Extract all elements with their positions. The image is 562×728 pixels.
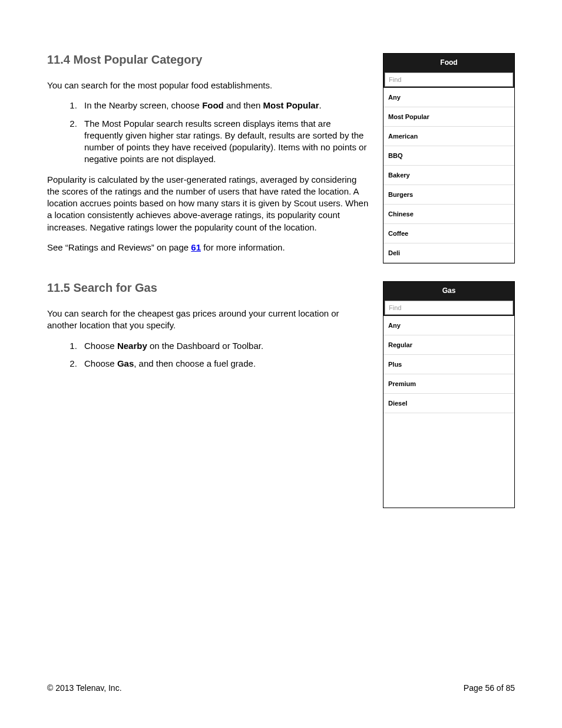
phone-list-item[interactable]: Burgers <box>384 185 514 205</box>
phone-list-item[interactable]: Coffee <box>384 224 514 243</box>
page-footer: © 2013 Telenav, Inc. Page 56 of 85 <box>47 683 515 693</box>
phone-list-item[interactable]: Any <box>384 88 514 107</box>
text: Choose <box>84 341 117 351</box>
text: on the Dashboard or Toolbar. <box>147 341 263 351</box>
phone-list-item[interactable]: Plus <box>384 355 514 374</box>
phone-list-item[interactable]: Deli <box>384 243 514 263</box>
steps-list: In the Nearby screen, choose Food and th… <box>47 100 371 165</box>
steps-list: Choose Nearby on the Dashboard or Toolba… <box>47 340 371 370</box>
phone-list: Any Most Popular American BBQ Bakery Bur… <box>384 88 514 263</box>
phone-screenshot-gas: Gas Find Any Regular Plus Premium Diesel <box>383 281 515 508</box>
text-bold: Gas <box>117 358 134 368</box>
list-item: The Most Popular search results screen d… <box>80 118 371 166</box>
section-body: 11.5 Search for Gas You can search for t… <box>47 281 371 508</box>
phone-list-item[interactable]: Any <box>384 316 514 335</box>
intro-text: You can search for the most popular food… <box>47 80 371 91</box>
section-body: 11.4 Most Popular Category You can searc… <box>47 53 371 263</box>
text: Choose <box>84 358 117 368</box>
page-link[interactable]: 61 <box>191 242 201 252</box>
screenshot-column: Food Find Any Most Popular American BBQ … <box>383 53 515 263</box>
text: In the Nearby screen, choose <box>84 100 202 110</box>
heading-search-gas: 11.5 Search for Gas <box>47 281 371 295</box>
phone-search-input[interactable]: Find <box>385 301 513 315</box>
text: for more information. <box>201 242 285 252</box>
list-item: Choose Nearby on the Dashboard or Toolba… <box>80 340 371 352</box>
section-search-gas: 11.5 Search for Gas You can search for t… <box>47 281 515 508</box>
list-item: Choose Gas, and then choose a fuel grade… <box>80 358 371 370</box>
phone-search-bar: Find <box>384 299 514 316</box>
copyright-text: © 2013 Telenav, Inc. <box>47 683 122 693</box>
heading-most-popular: 11.4 Most Popular Category <box>47 53 371 67</box>
phone-search-bar: Find <box>384 71 514 88</box>
phone-list-item[interactable]: Chinese <box>384 205 514 224</box>
text-bold: Nearby <box>117 341 147 351</box>
text-bold: Food <box>202 100 224 110</box>
phone-list-item[interactable]: Diesel <box>384 394 514 413</box>
list-item: In the Nearby screen, choose Food and th… <box>80 100 371 111</box>
page-number: Page 56 of 85 <box>464 683 515 693</box>
phone-list-item[interactable]: Most Popular <box>384 107 514 127</box>
text-bold: Most Popular <box>263 100 319 110</box>
text: and then <box>224 100 263 110</box>
paragraph: Popularity is calculated by the user-gen… <box>47 174 371 233</box>
phone-title: Gas <box>384 282 514 299</box>
screenshot-column: Gas Find Any Regular Plus Premium Diesel <box>383 281 515 508</box>
see-also: See “Ratings and Reviews” on page 61 for… <box>47 242 371 253</box>
phone-list: Any Regular Plus Premium Diesel <box>384 316 514 413</box>
phone-search-input[interactable]: Find <box>385 73 513 87</box>
phone-list-item[interactable]: BBQ <box>384 146 514 166</box>
phone-list-item[interactable]: Regular <box>384 335 514 355</box>
text: , and then choose a fuel grade. <box>134 358 256 368</box>
phone-list-item[interactable]: Bakery <box>384 166 514 185</box>
section-most-popular: 11.4 Most Popular Category You can searc… <box>47 53 515 263</box>
text: . <box>319 100 322 110</box>
phone-title: Food <box>384 54 514 71</box>
phone-list-item[interactable]: Premium <box>384 374 514 394</box>
intro-text: You can search for the cheapest gas pric… <box>47 308 371 332</box>
text: See “Ratings and Reviews” on page <box>47 242 191 252</box>
phone-list-item[interactable]: American <box>384 127 514 146</box>
phone-screenshot-food: Food Find Any Most Popular American BBQ … <box>383 53 515 263</box>
